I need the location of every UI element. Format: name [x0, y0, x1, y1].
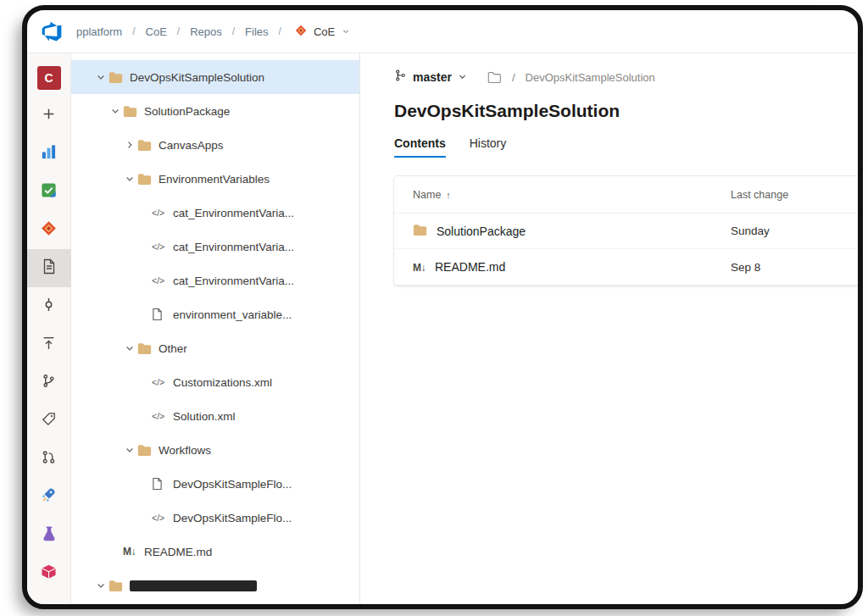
- tree-item-label: cat_EnvironmentVaria...: [173, 275, 294, 287]
- sidebar-item-pull-requests[interactable]: [27, 440, 71, 478]
- page-title: DevOpsKitSampleSolution: [394, 101, 858, 121]
- file-name-cell: SolutionPackage: [413, 224, 731, 239]
- folder-icon: [123, 105, 144, 118]
- chevron-down-icon[interactable]: [108, 106, 123, 116]
- tree-item[interactable]: </>cat_EnvironmentVaria...: [71, 264, 359, 297]
- top-bar: pplatform/CoE/Repos/Files/ CoE: [27, 10, 858, 53]
- code-file-icon: </>: [152, 513, 173, 523]
- breadcrumb-item[interactable]: Repos: [190, 25, 222, 38]
- table-row[interactable]: SolutionPackageSunday: [394, 214, 863, 249]
- tab-history[interactable]: History: [470, 136, 507, 158]
- repo-icon: [295, 25, 307, 39]
- path-row: master / DevOpsKitSampleSolution: [394, 69, 858, 86]
- work-items-icon: [41, 182, 57, 202]
- pull-requests-icon: [42, 450, 56, 468]
- breadcrumb-separator: /: [232, 25, 235, 37]
- tree-item-label: Workflows: [159, 444, 211, 457]
- test-plans-icon: [42, 526, 56, 545]
- tree-item-label: DevOpsKitSampleFlo...: [173, 478, 292, 491]
- breadcrumb-item[interactable]: pplatform: [76, 25, 122, 38]
- file-icon: [152, 477, 173, 491]
- tree-item-label: EnvironmentVariables: [159, 173, 270, 186]
- tree-item[interactable]: </>Solution.xml: [71, 399, 359, 433]
- path-separator: /: [512, 71, 515, 84]
- last-change-label: Sep 8: [731, 261, 863, 274]
- tree-item[interactable]: environment_variable...: [71, 297, 359, 331]
- clipped-item-label: [130, 580, 257, 591]
- file-name-label: SolutionPackage: [437, 225, 526, 238]
- tree-item-label: environment_variable...: [173, 308, 292, 321]
- sidebar-item-tags[interactable]: [27, 402, 71, 440]
- sidebar-item-files[interactable]: [27, 249, 71, 287]
- tree-item[interactable]: SolutionPackage: [71, 94, 359, 128]
- tags-icon: [42, 412, 56, 430]
- sidebar-item-new-item[interactable]: [27, 97, 71, 135]
- chevron-down-icon[interactable]: [93, 72, 108, 82]
- tree-item[interactable]: EnvironmentVariables: [71, 162, 359, 196]
- boards-icon: [41, 144, 57, 164]
- table-row[interactable]: M↓README.mdSep 8: [394, 249, 863, 285]
- sidebar-item-project-avatar[interactable]: C: [27, 58, 71, 97]
- code-file-icon: </>: [152, 275, 173, 286]
- markdown-file-icon: M↓: [413, 260, 426, 274]
- tree-item[interactable]: DevOpsKitSampleSolution: [71, 60, 359, 94]
- tree-item-label: DevOpsKitSampleFlo...: [173, 512, 292, 524]
- sort-ascending-icon: ↑: [446, 190, 451, 200]
- code-file-icon: </>: [152, 377, 173, 387]
- chevron-down-icon[interactable]: [122, 343, 137, 353]
- tree-item-label: cat_EnvironmentVaria...: [173, 241, 294, 253]
- tree-item[interactable]: Other: [71, 331, 359, 365]
- tab-contents[interactable]: Contents: [394, 136, 446, 158]
- breadcrumb-item[interactable]: CoE: [146, 25, 167, 38]
- chevron-down-icon[interactable]: [122, 445, 137, 455]
- tree-item[interactable]: CanvasApps: [71, 128, 359, 162]
- app-window: pplatform/CoE/Repos/Files/ CoE C DevOpsK…: [22, 5, 863, 609]
- folder-icon: [413, 224, 427, 239]
- column-header-name[interactable]: Name ↑: [413, 189, 731, 201]
- sidebar-item-work-items[interactable]: [27, 173, 71, 211]
- chevron-down-icon[interactable]: [122, 174, 137, 184]
- tree-item[interactable]: </>DevOpsKitSampleFlo...: [71, 501, 359, 535]
- tree-item-label: Other: [159, 342, 187, 355]
- folder-icon: [137, 173, 159, 186]
- artifacts-icon: [41, 564, 57, 583]
- files-icon: [42, 258, 56, 278]
- tree-item-label: Solution.xml: [173, 410, 236, 423]
- breadcrumb-item[interactable]: Files: [245, 25, 268, 38]
- tree-item[interactable]: [71, 569, 359, 602]
- sidebar-item-repos[interactable]: [27, 211, 71, 249]
- sidebar-item-pipelines[interactable]: [27, 478, 71, 516]
- sidebar-item-boards[interactable]: [27, 135, 71, 173]
- tree-item[interactable]: DevOpsKitSampleFlo...: [71, 467, 359, 501]
- sidebar-item-commits[interactable]: [27, 287, 71, 325]
- tab-bar: ContentsHistory: [394, 136, 858, 158]
- pushes-icon: [42, 336, 56, 353]
- code-file-icon: </>: [152, 411, 173, 421]
- repo-selector-label: CoE: [314, 25, 335, 38]
- repo-selector[interactable]: CoE: [295, 25, 350, 39]
- tree-item[interactable]: </>cat_EnvironmentVaria...: [71, 196, 359, 230]
- chevron-right-icon[interactable]: [122, 140, 137, 150]
- chevron-down-icon[interactable]: [93, 580, 108, 591]
- tree-item[interactable]: M↓README.md: [71, 535, 359, 569]
- azure-devops-logo[interactable]: [41, 20, 63, 42]
- tree-item-label: CanvasApps: [159, 139, 224, 152]
- sidebar-item-branches[interactable]: [27, 363, 71, 402]
- tree-item[interactable]: </>cat_EnvironmentVaria...: [71, 230, 359, 264]
- sidebar-item-pushes[interactable]: [27, 325, 71, 363]
- sidebar-item-artifacts[interactable]: [27, 554, 71, 592]
- tree-item[interactable]: Workflows: [71, 433, 359, 467]
- folder-icon: [108, 71, 130, 84]
- file-icon: [152, 308, 173, 321]
- breadcrumb-separator: /: [177, 25, 180, 37]
- tree-item[interactable]: </>Customizations.xml: [71, 365, 359, 399]
- sidebar-item-test-plans[interactable]: [27, 516, 71, 554]
- branch-name: master: [413, 70, 452, 84]
- left-rail: C: [27, 53, 71, 604]
- folder-icon: [137, 342, 159, 355]
- file-name-label: README.md: [435, 260, 505, 274]
- branch-selector[interactable]: master: [394, 69, 467, 86]
- folder-icon: [137, 139, 159, 152]
- path-breadcrumb[interactable]: DevOpsKitSampleSolution: [526, 71, 655, 84]
- column-header-last-change[interactable]: Last change: [731, 189, 863, 201]
